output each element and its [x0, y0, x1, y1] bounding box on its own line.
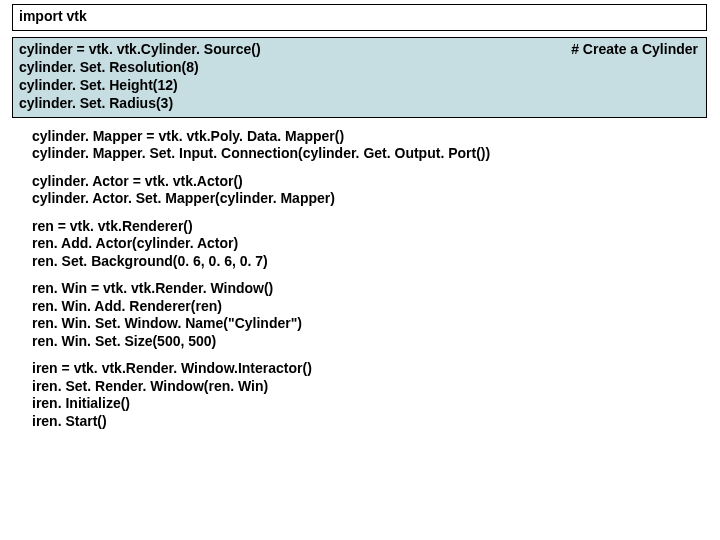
- renderer-block: ren = vtk. vtk.Renderer() ren. Add. Acto…: [12, 216, 708, 273]
- code-line: cylinder. Set. Height(12): [19, 77, 700, 95]
- code-line: cylinder. Set. Resolution(8): [19, 59, 700, 77]
- slide-content: import vtk # Create a Cylinder cylinder …: [0, 0, 720, 448]
- cylinder-source-box: # Create a Cylinder cylinder = vtk. vtk.…: [12, 37, 707, 118]
- code-line: ren = vtk. vtk.Renderer(): [32, 218, 688, 236]
- import-line: import vtk: [19, 8, 700, 24]
- code-line: ren. Win. Set. Window. Name("Cylinder"): [32, 315, 688, 333]
- code-line: iren. Initialize(): [32, 395, 688, 413]
- code-line: cylinder. Set. Radius(3): [19, 95, 700, 113]
- code-line: cylinder. Mapper = vtk. vtk.Poly. Data. …: [32, 128, 688, 146]
- create-cylinder-comment: # Create a Cylinder: [571, 41, 698, 57]
- actor-block: cylinder. Actor = vtk. vtk.Actor() cylin…: [12, 171, 708, 210]
- mapper-block: cylinder. Mapper = vtk. vtk.Poly. Data. …: [12, 126, 708, 165]
- code-line: ren. Win = vtk. vtk.Render. Window(): [32, 280, 688, 298]
- code-line: ren. Set. Background(0. 6, 0. 6, 0. 7): [32, 253, 688, 271]
- import-box: import vtk: [12, 4, 707, 31]
- code-line: ren. Win. Set. Size(500, 500): [32, 333, 688, 351]
- code-line: ren. Add. Actor(cylinder. Actor): [32, 235, 688, 253]
- code-line: cylinder. Actor. Set. Mapper(cylinder. M…: [32, 190, 688, 208]
- code-line: iren. Start(): [32, 413, 688, 431]
- code-line: ren. Win. Add. Renderer(ren): [32, 298, 688, 316]
- code-line: cylinder. Actor = vtk. vtk.Actor(): [32, 173, 688, 191]
- interactor-block: iren = vtk. vtk.Render. Window.Interacto…: [12, 358, 708, 432]
- render-window-block: ren. Win = vtk. vtk.Render. Window() ren…: [12, 278, 708, 352]
- code-line: iren = vtk. vtk.Render. Window.Interacto…: [32, 360, 688, 378]
- code-line: cylinder. Mapper. Set. Input. Connection…: [32, 145, 688, 163]
- code-line: iren. Set. Render. Window(ren. Win): [32, 378, 688, 396]
